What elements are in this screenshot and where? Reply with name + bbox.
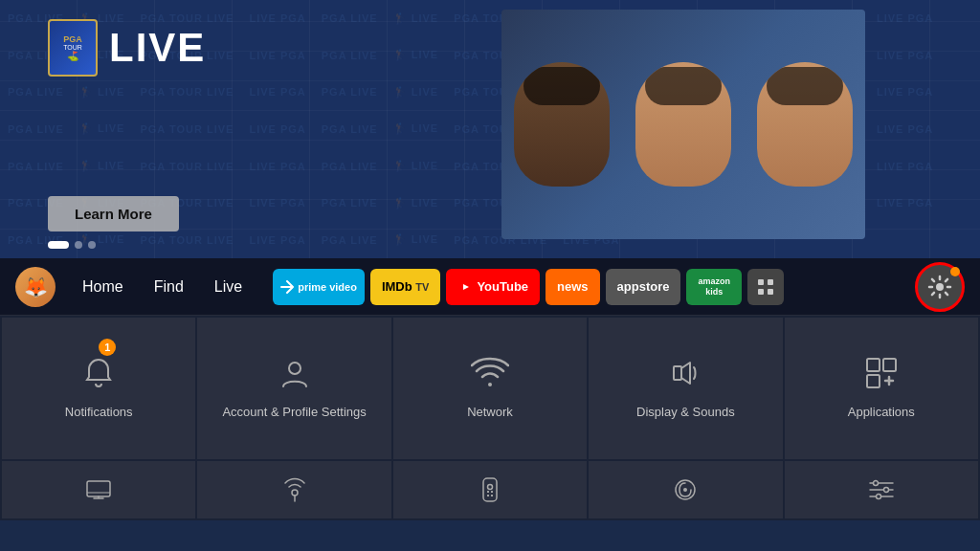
youtube-play-icon xyxy=(457,281,473,293)
svg-rect-21 xyxy=(491,491,493,493)
svg-rect-14 xyxy=(87,481,110,496)
notification-badge: 1 xyxy=(99,339,116,356)
news-label: news xyxy=(557,279,589,294)
pga-text: PGA xyxy=(63,35,82,44)
imdb-tv-icon[interactable]: IMDb TV xyxy=(370,269,440,305)
svg-rect-2 xyxy=(758,279,764,285)
prime-label: prime video xyxy=(298,281,357,293)
svg-rect-3 xyxy=(768,279,773,285)
settings-tile-network[interactable]: Network xyxy=(393,318,587,459)
prime-video-icon[interactable]: prime video xyxy=(273,269,365,305)
display-sounds-label: Display & Sounds xyxy=(636,404,735,421)
youtube-label: YouTube xyxy=(477,279,528,294)
settings-tile-display[interactable]: Display & Sounds xyxy=(589,318,782,459)
svg-point-29 xyxy=(873,481,878,486)
applications-label: Applications xyxy=(848,404,915,421)
golfer-1 xyxy=(514,62,610,187)
speaker-svg xyxy=(668,356,702,390)
svg-rect-10 xyxy=(883,359,896,371)
nav-find[interactable]: Find xyxy=(143,273,195,301)
grid-icon xyxy=(757,278,774,296)
golf-icon: ⛳ xyxy=(67,51,78,61)
bottom-tile-display[interactable] xyxy=(2,461,195,518)
bottom-tile-sliders[interactable] xyxy=(785,461,978,518)
svg-point-30 xyxy=(883,488,888,493)
settings-gear-icon xyxy=(927,275,952,299)
hero-logo: PGA TOUR ⛳ LIVE xyxy=(48,19,206,77)
nav-live[interactable]: Live xyxy=(203,273,254,301)
carousel-dots xyxy=(48,241,96,249)
kids-label: amazonkids xyxy=(698,276,730,298)
app-grid-icon[interactable] xyxy=(747,269,784,305)
learn-more-button[interactable]: Learn More xyxy=(48,196,179,231)
nav-links: Home Find Live xyxy=(71,273,254,301)
svg-rect-11 xyxy=(867,375,880,387)
monitor-icon xyxy=(86,480,111,499)
bell-svg xyxy=(81,356,116,390)
nav-bar: 🦊 Home Find Live prime video IMDb TV You… xyxy=(0,258,980,316)
carousel-dot-3[interactable] xyxy=(88,241,96,249)
live-logo-text: LIVE xyxy=(109,25,206,71)
amazon-kids-icon[interactable]: amazonkids xyxy=(686,269,742,305)
tour-text: TOUR xyxy=(63,44,82,51)
youtube-icon[interactable]: YouTube xyxy=(446,269,540,305)
svg-rect-20 xyxy=(487,491,489,493)
bottom-tile-alexa[interactable] xyxy=(589,461,782,518)
account-label: Account & Profile Settings xyxy=(222,404,366,421)
carousel-dot-2[interactable] xyxy=(75,241,82,249)
alexa-icon xyxy=(675,477,696,502)
person-svg xyxy=(278,356,312,390)
bottom-tile-remote[interactable] xyxy=(393,461,587,518)
svg-rect-22 xyxy=(487,495,489,496)
svg-rect-5 xyxy=(768,289,773,295)
appstore-icon[interactable]: appstore xyxy=(606,269,681,305)
svg-point-7 xyxy=(289,363,301,374)
account-icon xyxy=(278,356,312,390)
wifi-icon xyxy=(471,356,509,390)
svg-point-25 xyxy=(683,488,687,492)
news-icon[interactable]: news xyxy=(546,269,600,305)
svg-rect-9 xyxy=(867,359,880,371)
avatar[interactable]: 🦊 xyxy=(15,267,56,307)
nav-home[interactable]: Home xyxy=(71,273,135,301)
applications-icon xyxy=(864,356,899,390)
svg-point-6 xyxy=(936,283,944,291)
golfer-faces xyxy=(501,10,865,239)
carousel-dot-1[interactable] xyxy=(48,241,69,249)
settings-grid: 1 Notifications Account & Profile Settin… xyxy=(0,316,980,461)
settings-tile-account[interactable]: Account & Profile Settings xyxy=(197,318,390,459)
svg-rect-8 xyxy=(674,366,681,380)
settings-tile-applications[interactable]: Applications xyxy=(785,318,978,459)
wifi-svg xyxy=(471,356,509,390)
bottom-tiles-row xyxy=(0,461,980,520)
svg-rect-23 xyxy=(491,495,493,496)
pga-badge: PGA TOUR ⛳ xyxy=(48,19,98,77)
notifications-label: Notifications xyxy=(65,404,133,421)
appstore-label: appstore xyxy=(617,279,670,294)
prime-arrow-icon xyxy=(280,280,294,294)
imdb-label: IMDb TV xyxy=(382,279,429,294)
remote-icon xyxy=(482,477,498,502)
app-icons: prime video IMDb TV YouTube news appstor… xyxy=(273,269,909,305)
sliders-icon xyxy=(869,479,894,500)
settings-notification-dot xyxy=(950,267,960,276)
golfer-3 xyxy=(757,62,853,187)
speaker-icon xyxy=(668,356,702,390)
golfer-2 xyxy=(635,62,731,187)
hero-section: PGA LIVE🏌️ LIVEPGA TOUR LIVELIVE PGAPGA … xyxy=(0,0,980,258)
svg-point-16 xyxy=(292,490,298,496)
network-label: Network xyxy=(467,404,513,421)
settings-tile-notifications[interactable]: 1 Notifications xyxy=(2,318,195,459)
broadcast-icon xyxy=(282,477,307,502)
svg-point-31 xyxy=(876,495,880,499)
apps-grid-svg xyxy=(864,356,899,390)
settings-button[interactable] xyxy=(915,262,965,312)
bottom-tile-broadcast[interactable] xyxy=(197,461,390,518)
bell-icon xyxy=(81,356,116,390)
hero-image xyxy=(501,10,865,239)
svg-rect-4 xyxy=(758,289,764,295)
svg-point-19 xyxy=(487,485,492,490)
